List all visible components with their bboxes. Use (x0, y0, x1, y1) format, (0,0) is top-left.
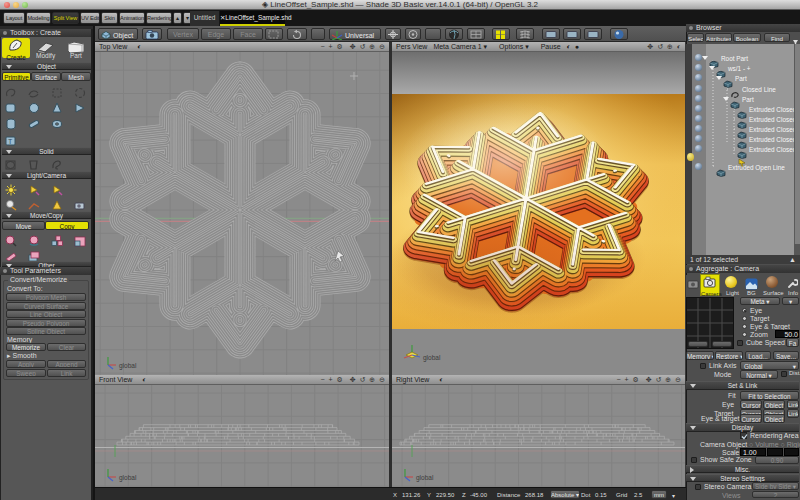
svg-text:T: T (8, 138, 13, 145)
svg-text:global: global (119, 474, 137, 482)
svg-text:global: global (423, 354, 441, 362)
svg-text:global: global (416, 474, 434, 482)
svg-text:global: global (119, 362, 137, 370)
svg-text:Universal: Universal (345, 32, 375, 39)
svg-text:Object: Object (113, 32, 133, 40)
